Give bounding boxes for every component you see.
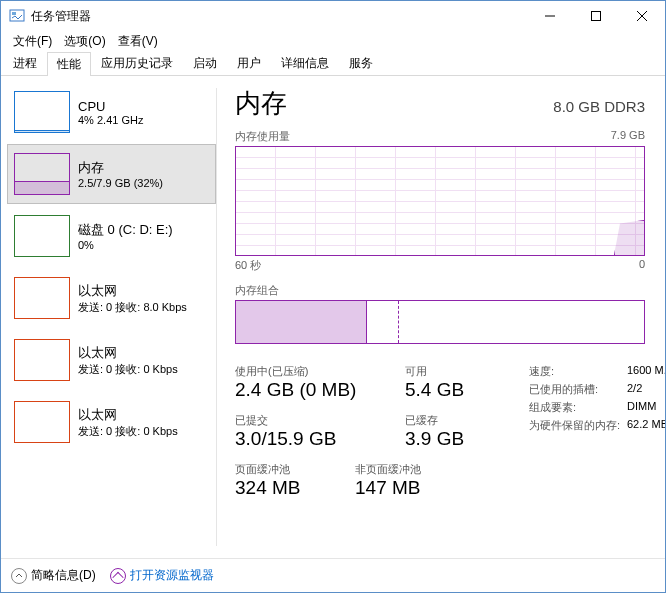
detail-spec: 8.0 GB DDR3 (553, 98, 645, 115)
fewer-details-label: 简略信息(D) (31, 567, 96, 584)
close-button[interactable] (619, 1, 665, 31)
usage-max: 7.9 GB (611, 129, 645, 144)
detail-pane: 内存 8.0 GB DDR3 内存使用量 7.9 GB 60 秒 0 内存组合 … (217, 76, 665, 558)
menu-file[interactable]: 文件(F) (7, 31, 58, 52)
ethernet-mini-chart (14, 339, 70, 381)
sidebar-item-ethernet-1[interactable]: 以太网发送: 0 接收: 8.0 Kbps (7, 268, 216, 328)
nav-cpu-title: CPU (78, 99, 143, 114)
memory-usage-chart[interactable] (235, 146, 645, 256)
axis-left: 60 秒 (235, 258, 261, 273)
cpu-mini-chart (14, 91, 70, 133)
sidebar-item-memory[interactable]: 内存2.5/7.9 GB (32%) (7, 144, 216, 204)
nonpaged-value: 147 MB (355, 477, 465, 499)
svg-rect-1 (12, 12, 16, 15)
slots-key: 已使用的插槽: (529, 382, 627, 397)
form-key: 组成要素: (529, 400, 627, 415)
nonpaged-label: 非页面缓冲池 (355, 462, 465, 477)
hwreserved-key: 为硬件保留的内存: (529, 418, 627, 433)
nav-eth2-sub: 发送: 0 接收: 0 Kbps (78, 362, 178, 377)
chevron-up-icon (11, 568, 27, 584)
tab-performance[interactable]: 性能 (47, 52, 91, 76)
tab-processes[interactable]: 进程 (3, 51, 47, 75)
sidebar-item-ethernet-3[interactable]: 以太网发送: 0 接收: 0 Kbps (7, 392, 216, 452)
committed-value: 3.0/15.9 GB (235, 428, 385, 450)
nav-eth1-sub: 发送: 0 接收: 8.0 Kbps (78, 300, 187, 315)
menubar: 文件(F) 选项(O) 查看(V) (1, 31, 665, 52)
tab-apphistory[interactable]: 应用历史记录 (91, 51, 183, 75)
paged-label: 页面缓冲池 (235, 462, 335, 477)
cached-value: 3.9 GB (405, 428, 515, 450)
slots-val: 2/2 (627, 382, 642, 397)
resource-monitor-label: 打开资源监视器 (130, 567, 214, 584)
tab-startup[interactable]: 启动 (183, 51, 227, 75)
available-label: 可用 (405, 364, 515, 379)
memory-mini-chart (14, 153, 70, 195)
comp-label: 内存组合 (235, 283, 279, 298)
memory-composition-chart[interactable] (235, 300, 645, 344)
window-title: 任务管理器 (31, 8, 527, 25)
committed-label: 已提交 (235, 413, 385, 428)
speed-key: 速度: (529, 364, 627, 379)
sidebar-item-cpu[interactable]: CPU4% 2.41 GHz (7, 82, 216, 142)
inuse-value: 2.4 GB (0 MB) (235, 379, 385, 401)
form-val: DIMM (627, 400, 656, 415)
cached-label: 已缓存 (405, 413, 515, 428)
speed-val: 1600 M... (627, 364, 665, 379)
nav-cpu-sub: 4% 2.41 GHz (78, 114, 143, 126)
svg-rect-3 (592, 12, 601, 21)
nav-eth2-title: 以太网 (78, 344, 178, 362)
tab-users[interactable]: 用户 (227, 51, 271, 75)
paged-value: 324 MB (235, 477, 335, 499)
disk-mini-chart (14, 215, 70, 257)
footer: 简略信息(D) 打开资源监视器 (1, 558, 665, 592)
maximize-button[interactable] (573, 1, 619, 31)
app-icon (9, 8, 25, 24)
nav-mem-sub: 2.5/7.9 GB (32%) (78, 177, 163, 189)
tab-details[interactable]: 详细信息 (271, 51, 339, 75)
sidebar: CPU4% 2.41 GHz 内存2.5/7.9 GB (32%) 磁盘 0 (… (1, 76, 216, 558)
menu-options[interactable]: 选项(O) (58, 31, 111, 52)
sidebar-item-disk[interactable]: 磁盘 0 (C: D: E:)0% (7, 206, 216, 266)
axis-right: 0 (639, 258, 645, 273)
nav-eth3-sub: 发送: 0 接收: 0 Kbps (78, 424, 178, 439)
nav-disk-title: 磁盘 0 (C: D: E:) (78, 221, 173, 239)
resource-monitor-icon (110, 568, 126, 584)
tabs: 进程 性能 应用历史记录 启动 用户 详细信息 服务 (1, 52, 665, 76)
hwreserved-val: 62.2 MB (627, 418, 665, 433)
sidebar-item-ethernet-2[interactable]: 以太网发送: 0 接收: 0 Kbps (7, 330, 216, 390)
nav-eth1-title: 以太网 (78, 282, 187, 300)
nav-mem-title: 内存 (78, 159, 163, 177)
usage-label: 内存使用量 (235, 129, 290, 144)
menu-view[interactable]: 查看(V) (112, 31, 164, 52)
available-value: 5.4 GB (405, 379, 515, 401)
ethernet-mini-chart (14, 277, 70, 319)
resource-monitor-link[interactable]: 打开资源监视器 (110, 567, 214, 584)
minimize-button[interactable] (527, 1, 573, 31)
detail-title: 内存 (235, 86, 287, 121)
fewer-details-link[interactable]: 简略信息(D) (11, 567, 96, 584)
tab-services[interactable]: 服务 (339, 51, 383, 75)
nav-eth3-title: 以太网 (78, 406, 178, 424)
nav-disk-sub: 0% (78, 239, 173, 251)
ethernet-mini-chart (14, 401, 70, 443)
titlebar: 任务管理器 (1, 1, 665, 31)
inuse-label: 使用中(已压缩) (235, 364, 385, 379)
